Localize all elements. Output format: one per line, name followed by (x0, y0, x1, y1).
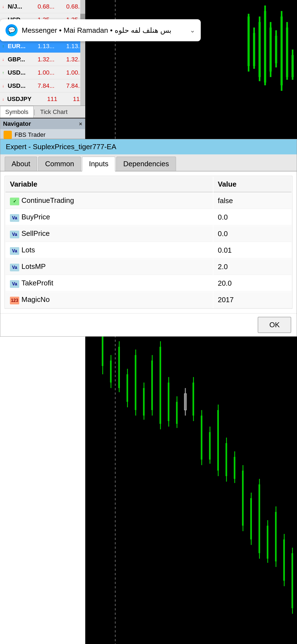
tab-inputs[interactable]: Inputs (82, 157, 115, 171)
svg-rect-32 (111, 383, 111, 388)
symbol-ask: 1.13... (56, 43, 83, 50)
symbol-name: USD... (8, 69, 26, 76)
svg-rect-16 (275, 30, 277, 36)
svg-rect-11 (264, 83, 266, 85)
ok-button[interactable]: OK (258, 317, 291, 333)
expert-dialog: Expert - SuplexPrices_tiger777-EA About … (0, 139, 297, 337)
symbol-row-gbp[interactable]: ↓GBP...1.32...1.32... (0, 53, 85, 66)
svg-rect-75 (234, 457, 235, 479)
variable-type-icon: Va (10, 214, 19, 222)
variable-type-icon: ✓ (10, 198, 19, 205)
symbol-row-usdjpy[interactable]: ↓USDJPY111111 (0, 92, 85, 106)
variable-value-cell[interactable]: 0.01 (213, 242, 292, 258)
messenger-text: Messenger • Mai Ramadan • بس هنلف لفه حل… (22, 26, 186, 35)
symbol-row-usd[interactable]: ↑USD...1.00...1.00... (0, 66, 85, 79)
variable-type-icon: Va (10, 264, 19, 271)
tab-tick-chart[interactable]: Tick Chart (35, 106, 72, 118)
svg-rect-25 (292, 50, 293, 55)
svg-rect-24 (292, 55, 294, 77)
svg-rect-61 (193, 377, 194, 383)
variable-name-cell: VaSellPrice (6, 226, 213, 242)
fbs-icon (4, 131, 12, 139)
svg-rect-91 (276, 506, 276, 512)
svg-rect-65 (201, 460, 202, 465)
variable-value-cell[interactable]: 20.0 (213, 275, 292, 291)
svg-rect-0 (248, 17, 250, 66)
symbol-name: N/J... (8, 3, 26, 10)
variable-row[interactable]: VaTakeProfit20.0 (6, 275, 292, 291)
svg-rect-63 (201, 416, 202, 460)
svg-rect-29 (102, 366, 103, 374)
svg-rect-74 (226, 476, 227, 482)
symbol-bid: 1.13... (27, 43, 54, 50)
svg-rect-46 (152, 355, 153, 361)
tab-dependencies[interactable]: Dependencies (116, 157, 176, 171)
svg-rect-6 (258, 22, 261, 77)
svg-rect-39 (135, 355, 136, 410)
svg-rect-95 (284, 581, 285, 586)
tab-about[interactable]: About (5, 157, 37, 171)
symbol-bid: 1.00... (27, 69, 54, 76)
variable-row[interactable]: VaLots0.01 (6, 242, 292, 258)
variable-value-cell[interactable]: 0.0 (213, 209, 292, 225)
messenger-notification[interactable]: 💬 Messenger • Mai Ramadan • بس هنلف لفه … (0, 19, 201, 41)
variable-value-cell[interactable]: false (213, 193, 292, 209)
symbol-row-n/j[interactable]: ↓N/J...0.68...0.68... (0, 0, 85, 13)
svg-rect-18 (280, 17, 283, 85)
variable-row[interactable]: ✓ContinueTradingfalse (6, 193, 292, 209)
variable-name-cell: ✓ContinueTrading (6, 193, 213, 209)
svg-rect-79 (243, 465, 243, 471)
svg-rect-69 (217, 410, 219, 471)
expert-header: Expert - SuplexPrices_tiger777-EA (0, 139, 297, 154)
svg-rect-50 (160, 424, 161, 429)
svg-rect-8 (259, 77, 260, 81)
variable-value-cell[interactable]: 2017 (213, 292, 292, 308)
col-value: Value (213, 177, 292, 192)
svg-rect-81 (250, 498, 252, 539)
variable-value-cell[interactable]: 0.0 (213, 226, 292, 242)
svg-rect-15 (275, 36, 277, 63)
svg-rect-80 (243, 526, 243, 531)
svg-rect-20 (281, 85, 282, 91)
tab-common[interactable]: Common (38, 157, 81, 171)
symbol-tab-bar: Symbols | Tick Chart (0, 105, 85, 118)
variable-value-cell[interactable]: 2.0 (213, 259, 292, 275)
col-variable: Variable (6, 177, 213, 192)
navigator-close-button[interactable]: × (79, 121, 82, 127)
svg-rect-3 (253, 33, 255, 66)
symbol-ask: 1.32... (56, 56, 83, 63)
variable-row[interactable]: VaBuyPrice0.0 (6, 209, 292, 225)
variable-row[interactable]: 123MagicNo2017 (6, 292, 292, 308)
expert-tabs: About Common Inputs Dependencies (0, 154, 297, 171)
variable-name-cell: 123MagicNo (6, 292, 213, 308)
scrollbar-vertical[interactable] (80, 0, 85, 110)
svg-rect-13 (270, 22, 271, 28)
svg-rect-5 (253, 66, 255, 69)
svg-rect-77 (234, 479, 235, 483)
svg-rect-45 (151, 361, 153, 410)
symbol-row-eur[interactable]: ↑EUR...1.13...1.13... (0, 40, 85, 53)
svg-rect-68 (210, 460, 210, 464)
svg-rect-88 (267, 520, 268, 526)
symbol-arrow-down-icon: ↓ (2, 97, 6, 101)
svg-rect-97 (292, 548, 293, 553)
svg-rect-93 (283, 539, 285, 581)
tab-symbols[interactable]: Symbols (0, 106, 34, 118)
symbol-arrow-down-icon: ↓ (2, 57, 7, 62)
svg-rect-40 (135, 350, 136, 355)
svg-rect-55 (177, 396, 177, 402)
variable-name-cell: VaBuyPrice (6, 209, 213, 225)
variable-row[interactable]: VaLotsMP2.0 (6, 259, 292, 275)
svg-rect-90 (275, 512, 277, 561)
svg-rect-30 (110, 361, 112, 383)
svg-rect-27 (102, 333, 103, 366)
svg-rect-64 (201, 410, 202, 416)
variable-row[interactable]: VaSellPrice0.0 (6, 226, 292, 242)
svg-rect-82 (251, 493, 252, 498)
variable-name-cell: VaTakeProfit (6, 275, 213, 291)
symbol-row-usd[interactable]: ↓USD...7.84...7.84... (0, 79, 85, 92)
svg-rect-42 (143, 388, 145, 416)
svg-rect-9 (264, 11, 266, 83)
symbol-bid: 0.68... (27, 3, 54, 10)
symbol-ask: 0.68... (56, 3, 83, 10)
